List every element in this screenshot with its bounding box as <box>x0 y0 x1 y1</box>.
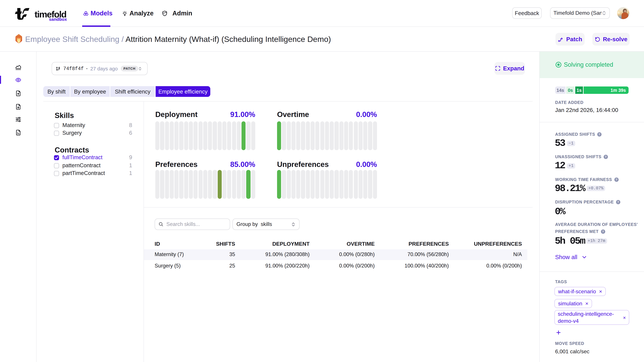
svg-text:?: ? <box>615 178 617 181</box>
svg-text:?: ? <box>598 133 600 136</box>
svg-text:?: ? <box>605 155 606 159</box>
svg-text:?: ? <box>602 230 604 233</box>
svg-text:?: ? <box>617 200 619 204</box>
